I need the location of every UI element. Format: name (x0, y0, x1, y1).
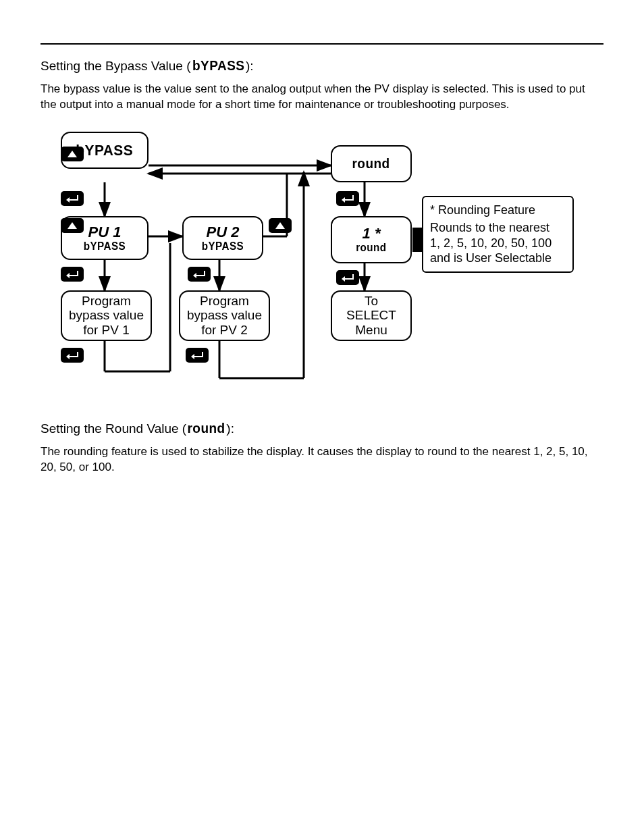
node-round: round (331, 145, 412, 182)
callout-l3: 1, 2, 5, 10, 20, 50, 100 (430, 236, 566, 251)
prog2-l2: bypass value (187, 308, 262, 323)
callout-l2: Rounds to the nearest (430, 220, 566, 236)
node-round-value: 1 * round (331, 216, 412, 263)
bypass-section-title: Setting the Bypass Value (bYPASS): (41, 57, 603, 75)
enter-icon (61, 348, 84, 363)
title-prefix: Setting the Bypass Value ( (41, 59, 191, 73)
node-pv2: PU 2 bYPASS (182, 216, 263, 260)
enter-icon (186, 348, 209, 363)
round-paragraph: The rounding feature is used to stabiliz… (41, 444, 603, 475)
round-title-prefix: Setting the Round Value ( (41, 421, 186, 436)
round-section: Setting the Round Value (round): The rou… (41, 419, 603, 475)
title-seg-bypass: bYPASS (192, 57, 244, 75)
node-pv1-title: PU 1 (88, 224, 122, 240)
enter-icon (61, 191, 84, 206)
node-round-value-sub: round (356, 242, 386, 254)
node-to-select-menu: To SELECT Menu (331, 290, 412, 341)
enter-icon (336, 270, 359, 285)
horizontal-rule (41, 43, 603, 45)
intro-section: Setting the Bypass Value (bYPASS): The b… (41, 57, 603, 113)
enter-icon (61, 267, 84, 282)
prog1-l2: bypass value (69, 308, 144, 323)
node-pv1-sub: bYPASS (84, 240, 126, 253)
enter-icon (188, 267, 211, 282)
round-section-title: Setting the Round Value (round): (41, 419, 603, 438)
node-pv2-sub: bYPASS (202, 240, 244, 253)
node-bypass-label: bYPASS (76, 142, 134, 159)
round-title-seg: round (188, 419, 225, 438)
enter-icon (336, 191, 359, 206)
node-program-pv2: Program bypass value for PV 2 (179, 290, 270, 341)
tosel-l1: To (365, 294, 378, 309)
flow-diagram: bYPASS PU 1 bYPASS PU 2 bYPASS Program b… (61, 132, 594, 402)
up-arrow-icon (269, 218, 292, 233)
prog1-l1: Program (82, 294, 131, 309)
callout-l1: * Rounding Feature (430, 203, 566, 218)
title-suffix: ): (246, 59, 254, 73)
up-arrow-icon (61, 218, 84, 233)
node-pv2-title: PU 2 (207, 224, 240, 240)
callout-l4: and is User Selectable (430, 251, 566, 266)
node-round-value-top: 1 * (363, 225, 381, 242)
callout-connector (412, 228, 422, 252)
round-title-suffix: ): (226, 421, 234, 436)
prog1-l3: for PV 1 (83, 323, 130, 338)
node-program-pv1: Program bypass value for PV 1 (61, 290, 152, 341)
prog2-l3: for PV 2 (201, 323, 248, 338)
bypass-intro-paragraph: The bypass value is the value sent to th… (41, 82, 603, 113)
node-round-label: round (352, 156, 390, 172)
tosel-l2: SELECT (346, 308, 396, 323)
prog2-l1: Program (200, 294, 249, 309)
tosel-l3: Menu (355, 323, 387, 338)
up-arrow-icon (61, 147, 84, 161)
rounding-callout: * Rounding Feature Rounds to the nearest… (422, 196, 574, 273)
